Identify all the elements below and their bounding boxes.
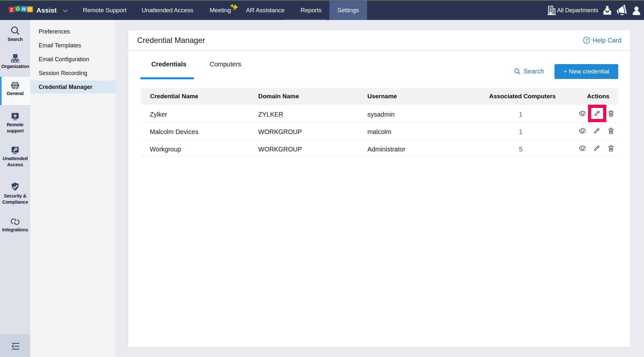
svg-text:?: ? [585, 38, 588, 43]
